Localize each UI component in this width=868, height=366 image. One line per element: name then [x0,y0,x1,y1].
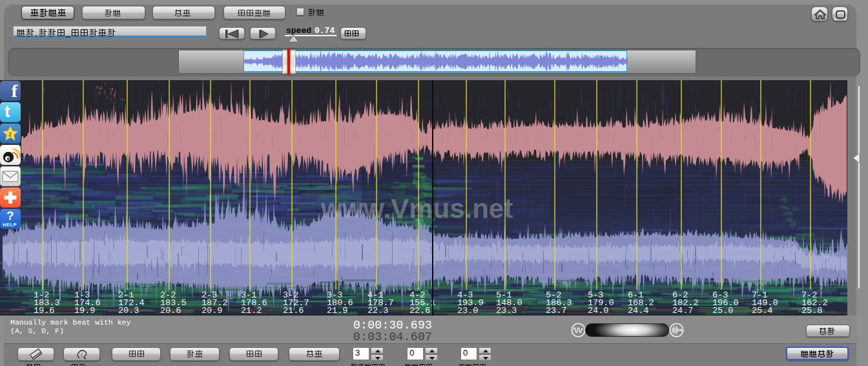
svg-text:20.6: 20.6 [160,306,181,316]
svg-text:19.6: 19.6 [34,306,54,316]
svg-text:24.7: 24.7 [672,306,693,316]
svg-text:22.6: 22.6 [409,306,430,316]
svg-text:z: z [8,131,12,138]
svg-text:20.9: 20.9 [202,306,222,316]
svg-text:19.9: 19.9 [74,306,95,316]
svg-text:21.2: 21.2 [241,306,262,316]
svg-text:25.4: 25.4 [752,306,772,316]
svg-text:23.3: 23.3 [496,306,517,316]
svg-text:24.4: 24.4 [628,306,648,316]
svg-text:www.Vmus.net: www.Vmus.net [320,193,513,224]
svg-text:21.6: 21.6 [283,306,304,316]
svg-text:23.0: 23.0 [457,306,478,316]
svg-text:22.3: 22.3 [367,306,388,316]
svg-text:25.8: 25.8 [801,306,822,316]
svg-text:24.0: 24.0 [588,306,608,316]
svg-text:25.0: 25.0 [712,306,733,316]
svg-text:21.9: 21.9 [327,306,347,316]
svg-text:20.3: 20.3 [118,306,139,316]
svg-text:23.7: 23.7 [546,306,566,316]
